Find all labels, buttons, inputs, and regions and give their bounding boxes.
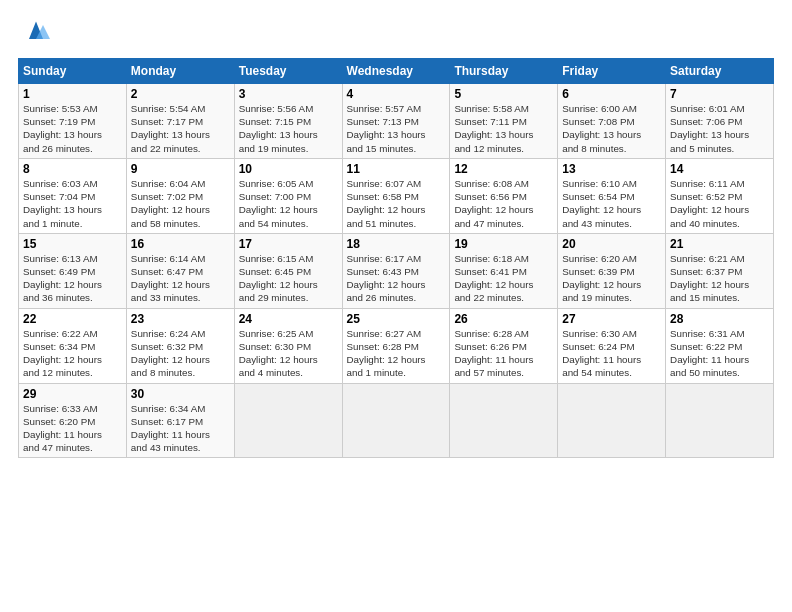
- logo: [18, 18, 50, 46]
- day-info: Sunrise: 6:22 AM Sunset: 6:34 PM Dayligh…: [23, 327, 122, 380]
- calendar-week-3: 15Sunrise: 6:13 AM Sunset: 6:49 PM Dayli…: [19, 233, 774, 308]
- calendar-cell: 26Sunrise: 6:28 AM Sunset: 6:26 PM Dayli…: [450, 308, 558, 383]
- calendar-cell: 13Sunrise: 6:10 AM Sunset: 6:54 PM Dayli…: [558, 158, 666, 233]
- day-number: 17: [239, 237, 338, 251]
- day-info: Sunrise: 6:10 AM Sunset: 6:54 PM Dayligh…: [562, 177, 661, 230]
- day-number: 12: [454, 162, 553, 176]
- day-number: 28: [670, 312, 769, 326]
- calendar-page: SundayMondayTuesdayWednesdayThursdayFrid…: [0, 0, 792, 468]
- column-header-tuesday: Tuesday: [234, 59, 342, 84]
- calendar-cell: 17Sunrise: 6:15 AM Sunset: 6:45 PM Dayli…: [234, 233, 342, 308]
- day-info: Sunrise: 6:34 AM Sunset: 6:17 PM Dayligh…: [131, 402, 230, 455]
- day-number: 24: [239, 312, 338, 326]
- day-number: 25: [347, 312, 446, 326]
- calendar-cell: 10Sunrise: 6:05 AM Sunset: 7:00 PM Dayli…: [234, 158, 342, 233]
- calendar-cell: 11Sunrise: 6:07 AM Sunset: 6:58 PM Dayli…: [342, 158, 450, 233]
- day-number: 16: [131, 237, 230, 251]
- day-info: Sunrise: 6:13 AM Sunset: 6:49 PM Dayligh…: [23, 252, 122, 305]
- day-number: 7: [670, 87, 769, 101]
- day-info: Sunrise: 6:31 AM Sunset: 6:22 PM Dayligh…: [670, 327, 769, 380]
- calendar-week-1: 1Sunrise: 5:53 AM Sunset: 7:19 PM Daylig…: [19, 84, 774, 159]
- day-number: 10: [239, 162, 338, 176]
- calendar-cell: 23Sunrise: 6:24 AM Sunset: 6:32 PM Dayli…: [126, 308, 234, 383]
- calendar-cell: [558, 383, 666, 458]
- day-number: 20: [562, 237, 661, 251]
- day-number: 5: [454, 87, 553, 101]
- calendar-cell: 30Sunrise: 6:34 AM Sunset: 6:17 PM Dayli…: [126, 383, 234, 458]
- day-info: Sunrise: 6:30 AM Sunset: 6:24 PM Dayligh…: [562, 327, 661, 380]
- day-number: 29: [23, 387, 122, 401]
- calendar-table: SundayMondayTuesdayWednesdayThursdayFrid…: [18, 58, 774, 458]
- calendar-cell: 9Sunrise: 6:04 AM Sunset: 7:02 PM Daylig…: [126, 158, 234, 233]
- column-header-saturday: Saturday: [666, 59, 774, 84]
- calendar-cell: 18Sunrise: 6:17 AM Sunset: 6:43 PM Dayli…: [342, 233, 450, 308]
- column-header-monday: Monday: [126, 59, 234, 84]
- calendar-cell: [342, 383, 450, 458]
- day-number: 21: [670, 237, 769, 251]
- day-info: Sunrise: 6:05 AM Sunset: 7:00 PM Dayligh…: [239, 177, 338, 230]
- calendar-cell: 22Sunrise: 6:22 AM Sunset: 6:34 PM Dayli…: [19, 308, 127, 383]
- day-number: 3: [239, 87, 338, 101]
- column-header-friday: Friday: [558, 59, 666, 84]
- day-number: 27: [562, 312, 661, 326]
- day-info: Sunrise: 6:11 AM Sunset: 6:52 PM Dayligh…: [670, 177, 769, 230]
- calendar-cell: 8Sunrise: 6:03 AM Sunset: 7:04 PM Daylig…: [19, 158, 127, 233]
- calendar-cell: 6Sunrise: 6:00 AM Sunset: 7:08 PM Daylig…: [558, 84, 666, 159]
- day-info: Sunrise: 6:27 AM Sunset: 6:28 PM Dayligh…: [347, 327, 446, 380]
- calendar-cell: [450, 383, 558, 458]
- day-number: 13: [562, 162, 661, 176]
- calendar-week-2: 8Sunrise: 6:03 AM Sunset: 7:04 PM Daylig…: [19, 158, 774, 233]
- day-info: Sunrise: 6:04 AM Sunset: 7:02 PM Dayligh…: [131, 177, 230, 230]
- day-info: Sunrise: 6:21 AM Sunset: 6:37 PM Dayligh…: [670, 252, 769, 305]
- calendar-cell: 29Sunrise: 6:33 AM Sunset: 6:20 PM Dayli…: [19, 383, 127, 458]
- day-number: 23: [131, 312, 230, 326]
- calendar-week-4: 22Sunrise: 6:22 AM Sunset: 6:34 PM Dayli…: [19, 308, 774, 383]
- day-info: Sunrise: 6:14 AM Sunset: 6:47 PM Dayligh…: [131, 252, 230, 305]
- column-header-sunday: Sunday: [19, 59, 127, 84]
- day-number: 2: [131, 87, 230, 101]
- calendar-cell: 7Sunrise: 6:01 AM Sunset: 7:06 PM Daylig…: [666, 84, 774, 159]
- calendar-cell: [234, 383, 342, 458]
- day-number: 6: [562, 87, 661, 101]
- calendar-week-5: 29Sunrise: 6:33 AM Sunset: 6:20 PM Dayli…: [19, 383, 774, 458]
- day-info: Sunrise: 6:20 AM Sunset: 6:39 PM Dayligh…: [562, 252, 661, 305]
- day-info: Sunrise: 6:01 AM Sunset: 7:06 PM Dayligh…: [670, 102, 769, 155]
- day-info: Sunrise: 6:24 AM Sunset: 6:32 PM Dayligh…: [131, 327, 230, 380]
- header-row: SundayMondayTuesdayWednesdayThursdayFrid…: [19, 59, 774, 84]
- logo-icon: [22, 18, 50, 46]
- day-number: 22: [23, 312, 122, 326]
- day-number: 18: [347, 237, 446, 251]
- day-number: 8: [23, 162, 122, 176]
- calendar-cell: 28Sunrise: 6:31 AM Sunset: 6:22 PM Dayli…: [666, 308, 774, 383]
- calendar-cell: 4Sunrise: 5:57 AM Sunset: 7:13 PM Daylig…: [342, 84, 450, 159]
- header: [18, 18, 774, 46]
- day-info: Sunrise: 6:03 AM Sunset: 7:04 PM Dayligh…: [23, 177, 122, 230]
- calendar-cell: 1Sunrise: 5:53 AM Sunset: 7:19 PM Daylig…: [19, 84, 127, 159]
- calendar-cell: 27Sunrise: 6:30 AM Sunset: 6:24 PM Dayli…: [558, 308, 666, 383]
- calendar-cell: 14Sunrise: 6:11 AM Sunset: 6:52 PM Dayli…: [666, 158, 774, 233]
- day-info: Sunrise: 6:25 AM Sunset: 6:30 PM Dayligh…: [239, 327, 338, 380]
- day-number: 26: [454, 312, 553, 326]
- day-info: Sunrise: 5:54 AM Sunset: 7:17 PM Dayligh…: [131, 102, 230, 155]
- day-info: Sunrise: 5:57 AM Sunset: 7:13 PM Dayligh…: [347, 102, 446, 155]
- day-number: 9: [131, 162, 230, 176]
- day-info: Sunrise: 6:33 AM Sunset: 6:20 PM Dayligh…: [23, 402, 122, 455]
- day-info: Sunrise: 5:56 AM Sunset: 7:15 PM Dayligh…: [239, 102, 338, 155]
- column-header-wednesday: Wednesday: [342, 59, 450, 84]
- day-info: Sunrise: 6:17 AM Sunset: 6:43 PM Dayligh…: [347, 252, 446, 305]
- day-number: 14: [670, 162, 769, 176]
- calendar-cell: 25Sunrise: 6:27 AM Sunset: 6:28 PM Dayli…: [342, 308, 450, 383]
- calendar-cell: 12Sunrise: 6:08 AM Sunset: 6:56 PM Dayli…: [450, 158, 558, 233]
- calendar-cell: 15Sunrise: 6:13 AM Sunset: 6:49 PM Dayli…: [19, 233, 127, 308]
- day-info: Sunrise: 6:00 AM Sunset: 7:08 PM Dayligh…: [562, 102, 661, 155]
- calendar-cell: 19Sunrise: 6:18 AM Sunset: 6:41 PM Dayli…: [450, 233, 558, 308]
- day-info: Sunrise: 6:08 AM Sunset: 6:56 PM Dayligh…: [454, 177, 553, 230]
- calendar-cell: 21Sunrise: 6:21 AM Sunset: 6:37 PM Dayli…: [666, 233, 774, 308]
- calendar-cell: 5Sunrise: 5:58 AM Sunset: 7:11 PM Daylig…: [450, 84, 558, 159]
- calendar-cell: 20Sunrise: 6:20 AM Sunset: 6:39 PM Dayli…: [558, 233, 666, 308]
- column-header-thursday: Thursday: [450, 59, 558, 84]
- calendar-cell: 3Sunrise: 5:56 AM Sunset: 7:15 PM Daylig…: [234, 84, 342, 159]
- day-info: Sunrise: 6:15 AM Sunset: 6:45 PM Dayligh…: [239, 252, 338, 305]
- day-number: 19: [454, 237, 553, 251]
- day-number: 11: [347, 162, 446, 176]
